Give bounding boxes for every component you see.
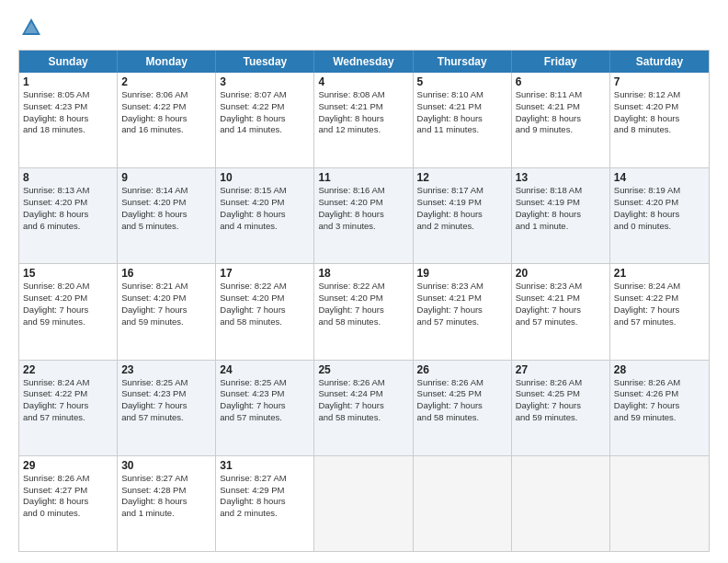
cell-line: Daylight: 8 hours xyxy=(220,113,310,125)
day-cell-10: 10Sunrise: 8:15 AMSunset: 4:20 PMDayligh… xyxy=(216,168,314,263)
day-number: 1 xyxy=(23,75,113,88)
cell-line: Sunset: 4:21 PM xyxy=(516,293,606,304)
cell-line: Sunset: 4:20 PM xyxy=(220,293,310,304)
cell-line: Sunrise: 8:23 AM xyxy=(417,281,507,293)
header xyxy=(18,15,710,40)
day-cell-30: 30Sunrise: 8:27 AMSunset: 4:28 PMDayligh… xyxy=(118,456,216,551)
logo xyxy=(18,15,48,40)
day-cell-31: 31Sunrise: 8:27 AMSunset: 4:29 PMDayligh… xyxy=(216,456,314,551)
header-cell-friday: Friday xyxy=(512,51,610,73)
cell-line: and 9 minutes. xyxy=(516,124,606,136)
cell-line: and 57 minutes. xyxy=(417,316,507,328)
cell-line: Sunrise: 8:21 AM xyxy=(121,281,211,293)
header-cell-sunday: Sunday xyxy=(19,51,118,73)
cell-line: and 58 minutes. xyxy=(318,316,408,328)
cell-line: Sunrise: 8:26 AM xyxy=(417,377,507,389)
cell-line: Daylight: 7 hours xyxy=(23,400,113,412)
day-cell-11: 11Sunrise: 8:16 AMSunset: 4:20 PMDayligh… xyxy=(314,168,413,263)
cell-line: and 1 minute. xyxy=(516,221,606,233)
cell-line: and 58 minutes. xyxy=(318,412,408,424)
empty-cell xyxy=(414,456,512,551)
day-cell-9: 9Sunrise: 8:14 AMSunset: 4:20 PMDaylight… xyxy=(118,168,216,263)
day-cell-28: 28Sunrise: 8:26 AMSunset: 4:26 PMDayligh… xyxy=(610,361,709,455)
cell-line: Sunset: 4:21 PM xyxy=(417,293,507,304)
header-cell-thursday: Thursday xyxy=(414,51,512,73)
cell-line: Sunset: 4:25 PM xyxy=(516,388,606,400)
day-cell-24: 24Sunrise: 8:25 AMSunset: 4:23 PMDayligh… xyxy=(216,361,314,455)
day-cell-21: 21Sunrise: 8:24 AMSunset: 4:22 PMDayligh… xyxy=(610,264,709,359)
cell-line: Sunset: 4:20 PM xyxy=(318,197,408,209)
day-cell-16: 16Sunrise: 8:21 AMSunset: 4:20 PMDayligh… xyxy=(118,264,216,359)
day-number: 5 xyxy=(417,75,507,88)
day-cell-29: 29Sunrise: 8:26 AMSunset: 4:27 PMDayligh… xyxy=(19,456,118,551)
cell-line: Sunset: 4:20 PM xyxy=(614,101,705,113)
cell-line: and 8 minutes. xyxy=(614,124,705,136)
cell-line: Daylight: 7 hours xyxy=(220,304,310,316)
day-cell-27: 27Sunrise: 8:26 AMSunset: 4:25 PMDayligh… xyxy=(512,361,610,455)
cell-line: Sunrise: 8:07 AM xyxy=(220,89,310,101)
cell-line: Sunset: 4:21 PM xyxy=(417,101,507,113)
day-number: 18 xyxy=(318,267,408,280)
day-number: 15 xyxy=(23,267,113,280)
cell-line: Daylight: 8 hours xyxy=(23,496,113,508)
cell-line: Sunset: 4:23 PM xyxy=(23,101,113,113)
cell-line: Sunrise: 8:25 AM xyxy=(220,377,310,389)
day-number: 10 xyxy=(220,171,310,184)
day-number: 16 xyxy=(121,267,211,280)
cell-line: Sunrise: 8:26 AM xyxy=(516,377,606,389)
cell-line: Daylight: 8 hours xyxy=(417,209,507,221)
day-number: 4 xyxy=(318,75,408,88)
day-cell-20: 20Sunrise: 8:23 AMSunset: 4:21 PMDayligh… xyxy=(512,264,610,359)
cell-line: Daylight: 7 hours xyxy=(121,304,211,316)
cell-line: and 57 minutes. xyxy=(516,316,606,328)
day-cell-13: 13Sunrise: 8:18 AMSunset: 4:19 PMDayligh… xyxy=(512,168,610,263)
cell-line: Sunset: 4:23 PM xyxy=(121,388,211,400)
day-number: 31 xyxy=(220,459,310,472)
cell-line: Sunset: 4:20 PM xyxy=(614,197,705,209)
cell-line: Sunset: 4:20 PM xyxy=(121,197,211,209)
day-cell-26: 26Sunrise: 8:26 AMSunset: 4:25 PMDayligh… xyxy=(414,361,512,455)
day-cell-23: 23Sunrise: 8:25 AMSunset: 4:23 PMDayligh… xyxy=(118,361,216,455)
cell-line: and 58 minutes. xyxy=(417,412,507,424)
cell-line: Sunrise: 8:14 AM xyxy=(121,185,211,197)
cell-line: Daylight: 7 hours xyxy=(220,400,310,412)
cell-line: Daylight: 8 hours xyxy=(318,209,408,221)
cell-line: Sunset: 4:21 PM xyxy=(318,101,408,113)
cell-line: Sunset: 4:20 PM xyxy=(23,293,113,304)
cell-line: Sunset: 4:22 PM xyxy=(614,293,705,304)
cell-line: and 57 minutes. xyxy=(121,412,211,424)
calendar-row-1: 1Sunrise: 8:05 AMSunset: 4:23 PMDaylight… xyxy=(19,73,709,168)
day-number: 3 xyxy=(220,75,310,88)
day-number: 26 xyxy=(417,363,507,376)
cell-line: Sunrise: 8:26 AM xyxy=(23,473,113,485)
cell-line: Sunset: 4:22 PM xyxy=(220,101,310,113)
day-cell-25: 25Sunrise: 8:26 AMSunset: 4:24 PMDayligh… xyxy=(314,361,413,455)
day-number: 14 xyxy=(614,171,705,184)
calendar-row-3: 15Sunrise: 8:20 AMSunset: 4:20 PMDayligh… xyxy=(19,264,709,360)
calendar-body: 1Sunrise: 8:05 AMSunset: 4:23 PMDaylight… xyxy=(19,73,709,551)
cell-line: Sunrise: 8:08 AM xyxy=(318,89,408,101)
cell-line: Sunrise: 8:05 AM xyxy=(23,89,113,101)
cell-line: and 6 minutes. xyxy=(23,221,113,233)
cell-line: and 57 minutes. xyxy=(23,412,113,424)
cell-line: Sunrise: 8:24 AM xyxy=(23,377,113,389)
day-number: 19 xyxy=(417,267,507,280)
cell-line: Sunrise: 8:25 AM xyxy=(121,377,211,389)
day-number: 24 xyxy=(220,363,310,376)
cell-line: Daylight: 8 hours xyxy=(516,209,606,221)
day-cell-12: 12Sunrise: 8:17 AMSunset: 4:19 PMDayligh… xyxy=(414,168,512,263)
cell-line: and 18 minutes. xyxy=(23,124,113,136)
day-cell-17: 17Sunrise: 8:22 AMSunset: 4:20 PMDayligh… xyxy=(216,264,314,359)
cell-line: Daylight: 8 hours xyxy=(23,113,113,125)
cell-line: Daylight: 7 hours xyxy=(121,400,211,412)
cell-line: Daylight: 8 hours xyxy=(121,209,211,221)
logo-icon xyxy=(18,15,44,40)
cell-line: Sunset: 4:19 PM xyxy=(417,197,507,209)
cell-line: and 58 minutes. xyxy=(220,316,310,328)
cell-line: Daylight: 8 hours xyxy=(220,496,310,508)
cell-line: and 0 minutes. xyxy=(23,508,113,520)
cell-line: Sunset: 4:24 PM xyxy=(318,388,408,400)
cell-line: and 59 minutes. xyxy=(516,412,606,424)
cell-line: Daylight: 7 hours xyxy=(516,400,606,412)
calendar-header-row: SundayMondayTuesdayWednesdayThursdayFrid… xyxy=(19,51,709,73)
